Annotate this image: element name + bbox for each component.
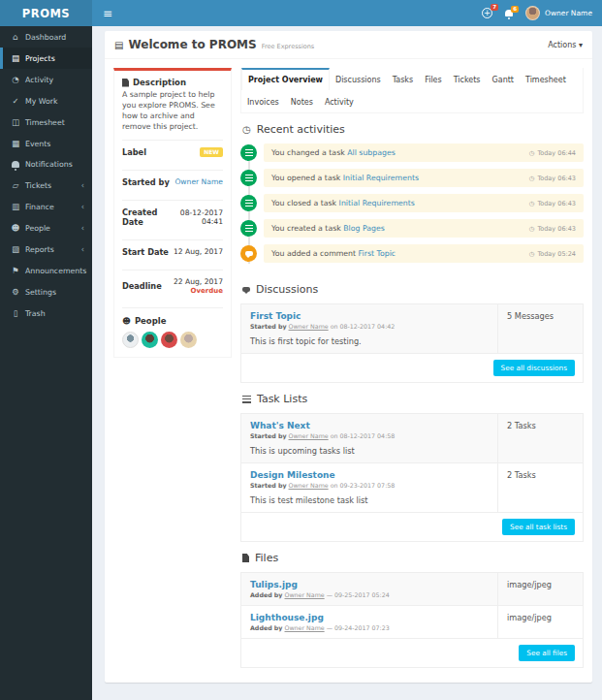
sidebar-item-reports[interactable]: ▨ Reports ‹ <box>0 239 92 260</box>
activity-time: ◷ Today 06:44 <box>529 149 576 157</box>
clock-icon: ◷ <box>242 124 251 135</box>
chart-icon: ▨ <box>10 244 21 254</box>
user-menu[interactable]: Owner Name <box>525 6 592 20</box>
project-subtitle: Free Expressions <box>262 43 315 50</box>
tab-gantt[interactable]: Gantt <box>487 68 520 90</box>
activity-link[interactable]: First Topic <box>359 249 396 258</box>
tab-activity[interactable]: Activity <box>319 90 360 112</box>
user-name: Owner Name <box>545 9 592 17</box>
sidebar-item-trash[interactable]: ▯ Trash <box>0 302 92 324</box>
notifications-button[interactable]: 6 <box>505 10 513 16</box>
tab-tickets[interactable]: Tickets <box>448 68 487 90</box>
comment-activity-icon <box>240 245 257 262</box>
dashboard-icon: ⌂ <box>10 32 21 42</box>
see-all-discussions-button[interactable]: See all discussions <box>493 360 575 376</box>
sidebar-item-finance[interactable]: ▥ Finance ‹ <box>0 196 92 217</box>
chevron-left-icon: ‹ <box>81 203 84 211</box>
page-title: ▤ Welcome to PROMS <box>114 38 257 51</box>
activity-link[interactable]: Initial Requirements <box>343 174 419 182</box>
task-list-row: Design Milestone Started by Owner Name o… <box>241 463 583 513</box>
activity-link[interactable]: All subpages <box>347 148 396 157</box>
sidebar-item-announcements[interactable]: ⚑ Announcements <box>0 260 92 281</box>
sidebar-item-notifications[interactable]: Notifications <box>0 154 92 175</box>
project-tabs: Project Overview Discussions Tasks Files… <box>240 68 584 113</box>
discussion-title-link[interactable]: First Topic <box>250 311 489 321</box>
see-all-task-lists-button[interactable]: See all task lists <box>502 519 575 535</box>
people-heading: ☻ People <box>122 316 223 326</box>
discussion-meta: Started by Owner Name on 08-12-2017 04:4… <box>250 323 489 330</box>
main-content: ▤ Welcome to PROMS Free Expressions Acti… <box>92 26 602 700</box>
file-type: image/jpeg <box>497 606 583 638</box>
money-icon: ▥ <box>10 202 21 211</box>
sidebar-item-timesheet[interactable]: ◫ Timesheet <box>0 111 92 133</box>
activity-icon: ◔ <box>10 75 21 84</box>
file-meta: Added by Owner Name — 09-24-2017 07:23 <box>250 624 489 631</box>
discussion-body: This is first topic for testing. <box>250 336 489 346</box>
comment-icon <box>242 287 250 293</box>
tab-notes[interactable]: Notes <box>285 90 319 112</box>
user-avatar <box>525 6 540 20</box>
sidebar-item-settings[interactable]: ⚙ Settings <box>0 281 92 302</box>
owner-link[interactable]: Owner Name <box>285 624 325 631</box>
see-all-files-button[interactable]: See all files <box>519 645 575 661</box>
actions-dropdown[interactable]: Actions ▾ <box>548 41 583 49</box>
tab-files[interactable]: Files <box>419 68 448 90</box>
tab-timesheet[interactable]: Timesheet <box>520 68 572 90</box>
sidebar-item-projects[interactable]: ▤ Projects <box>0 48 92 69</box>
project-header: ▤ Welcome to PROMS Free Expressions Acti… <box>105 31 592 59</box>
sidebar-item-tickets[interactable]: ▱ Tickets ‹ <box>0 175 92 196</box>
member-avatar[interactable] <box>180 332 197 348</box>
task-list-row: What's Next Started by Owner Name on 08-… <box>241 414 583 463</box>
clock-icon: ◷ <box>529 225 535 233</box>
started-by-link[interactable]: Owner Name <box>174 177 223 186</box>
task-activity-icon <box>240 220 257 237</box>
clock-icon: ◷ <box>529 175 535 182</box>
activity-time: ◷ Today 06:43 <box>529 225 576 233</box>
owner-link[interactable]: Owner Name <box>289 323 329 330</box>
calendar-icon: ▦ <box>10 139 21 148</box>
description-heading: Description <box>122 78 223 87</box>
file-name-link[interactable]: Lighthouse.jpg <box>250 613 489 622</box>
brand-logo[interactable]: PROMS <box>0 0 92 26</box>
sidebar-item-my-work[interactable]: ✓ My Work <box>0 90 92 111</box>
member-avatar[interactable] <box>161 332 177 348</box>
owner-link[interactable]: Owner Name <box>285 591 325 598</box>
sidebar-toggle-icon[interactable]: ≡ <box>92 0 123 26</box>
sidebar-item-people[interactable]: ☻ People ‹ <box>0 217 92 239</box>
bell-icon <box>10 161 21 168</box>
tab-project-overview[interactable]: Project Overview <box>241 68 330 90</box>
task-list-meta: Started by Owner Name on 08-12-2017 04:5… <box>250 432 489 439</box>
tab-discussions[interactable]: Discussions <box>330 68 387 90</box>
file-name-link[interactable]: Tulips.jpg <box>250 580 489 589</box>
owner-link[interactable]: Owner Name <box>289 432 329 439</box>
activity-link[interactable]: Blog Pages <box>343 224 385 233</box>
sidebar-item-dashboard[interactable]: ⌂ Dashboard <box>0 26 92 48</box>
member-avatar[interactable] <box>142 332 158 348</box>
timesheet-icon: ◫ <box>10 117 21 127</box>
task-list-title-link[interactable]: What's Next <box>250 421 489 430</box>
file-row: Lighthouse.jpg Added by Owner Name — 09-… <box>241 606 583 639</box>
sidebar-item-activity[interactable]: ◔ Activity <box>0 69 92 90</box>
created-date-row: Created Date 08-12-2017 04:41 <box>122 200 223 233</box>
task-list-title-link[interactable]: Design Milestone <box>250 470 489 480</box>
notification-badge: 6 <box>511 6 519 13</box>
clock-icon: ◷ <box>529 200 535 207</box>
sidebar-item-events[interactable]: ▦ Events <box>0 133 92 154</box>
member-avatar[interactable] <box>122 332 139 348</box>
start-date-value: 12 Aug, 2017 <box>174 247 223 256</box>
files-panel: Tulips.jpg Added by Owner Name — 09-25-2… <box>240 572 584 668</box>
tab-tasks[interactable]: Tasks <box>387 68 419 90</box>
activity-item: You created a task Blog Pages ◷ Today 06… <box>240 219 584 238</box>
gear-icon: ⚙ <box>10 287 21 297</box>
deadline-row: Deadline 22 Aug, 2017 Overdue <box>122 270 223 301</box>
chevron-left-icon: ‹ <box>81 224 84 233</box>
owner-link[interactable]: Owner Name <box>289 482 329 489</box>
project-detail-panel: Description A sample project to help you… <box>113 68 232 358</box>
files-heading: Files <box>242 552 584 564</box>
activity-link[interactable]: Initial Requirements <box>339 199 415 207</box>
sidebar: ⌂ Dashboard ▤ Projects ◔ Activity ✓ My W… <box>0 26 92 700</box>
tab-invoices[interactable]: Invoices <box>241 90 285 112</box>
add-new-button[interactable]: + 7 <box>482 8 492 18</box>
task-activity-icon <box>240 144 257 161</box>
task-lists-heading: Task Lists <box>242 393 584 405</box>
